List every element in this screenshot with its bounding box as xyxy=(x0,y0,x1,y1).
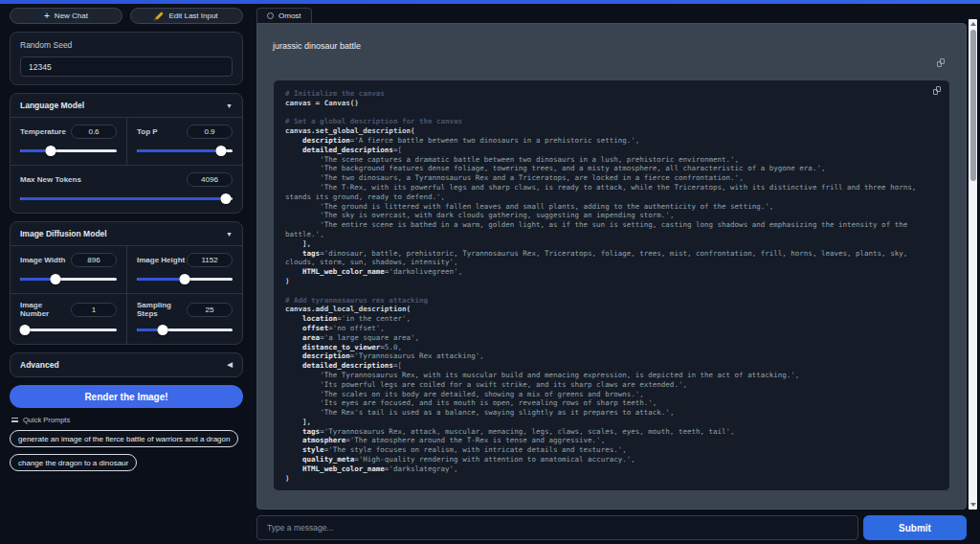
random-seed-card: Random Seed xyxy=(10,32,243,85)
omost-tab-icon xyxy=(267,12,274,19)
image-diffusion-header[interactable]: Image Diffusion Model ▼ xyxy=(11,222,242,245)
max-new-tokens-value-input[interactable] xyxy=(187,172,233,187)
image-height-value-input[interactable] xyxy=(187,253,233,267)
random-seed-input[interactable] xyxy=(20,57,233,77)
chevron-left-icon: ◀ xyxy=(228,361,233,369)
render-image-button[interactable]: Render the Image! xyxy=(10,385,243,408)
top-p-value-input[interactable] xyxy=(187,125,233,139)
image-width-control: Image Width xyxy=(11,246,126,294)
slider-thumb[interactable] xyxy=(180,274,190,284)
composer: Submit xyxy=(256,515,967,540)
top-p-slider[interactable] xyxy=(137,145,233,156)
chevron-down-icon: ▼ xyxy=(226,102,233,109)
scroll-down-icon[interactable] xyxy=(970,503,976,507)
advanced-title: Advanced xyxy=(20,360,59,370)
image-number-slider[interactable] xyxy=(20,324,117,335)
advanced-card: Advanced ◀ xyxy=(10,352,243,377)
pencil-icon xyxy=(156,11,164,19)
app-window: + New Chat Edit Last Input Random Seed L… xyxy=(0,0,980,544)
image-height-slider[interactable] xyxy=(137,273,233,284)
slider-thumb[interactable] xyxy=(216,146,227,156)
copy-message-icon[interactable] xyxy=(937,58,945,67)
language-model-title: Language Model xyxy=(20,101,84,110)
sampling-steps-control: Sampling Steps xyxy=(126,294,242,344)
plus-icon: + xyxy=(44,12,50,20)
image-height-label: Image Height xyxy=(137,256,185,264)
language-model-card: Language Model ▼ Temperature xyxy=(10,93,243,214)
user-message: jurassic dinosaur battle xyxy=(273,41,950,51)
tab-bar: Omost xyxy=(256,8,967,23)
slider-thumb[interactable] xyxy=(46,146,56,156)
temperature-label: Temperature xyxy=(20,127,66,136)
code-content: # Initialize the canvascanvas = Canvas()… xyxy=(285,89,938,491)
copy-code-icon[interactable] xyxy=(933,86,941,95)
image-number-control: Image Number xyxy=(11,294,126,344)
edit-last-input-button[interactable]: Edit Last Input xyxy=(130,8,243,24)
top-p-control: Top P xyxy=(126,118,242,165)
image-width-value-input[interactable] xyxy=(71,253,117,267)
image-width-slider[interactable] xyxy=(20,273,117,284)
image-width-label: Image Width xyxy=(20,256,65,264)
top-p-label: Top P xyxy=(137,127,158,136)
max-new-tokens-label: Max New Tokens xyxy=(20,175,81,184)
image-diffusion-card: Image Diffusion Model ▼ Image Width xyxy=(10,221,243,345)
temperature-value-input[interactable] xyxy=(71,125,117,139)
submit-button[interactable]: Submit xyxy=(863,515,967,540)
temperature-slider[interactable] xyxy=(20,145,117,156)
chat-area: Omost jurassic dinosaur battle # Initial… xyxy=(251,4,980,544)
quick-prompts-label: Quick Prompts xyxy=(23,416,70,424)
sidebar: + New Chat Edit Last Input Random Seed L… xyxy=(0,4,251,544)
max-new-tokens-slider[interactable] xyxy=(20,193,233,204)
quick-prompts-header: Quick Prompts xyxy=(11,416,243,424)
tab-omost-label: Omost xyxy=(278,11,301,20)
sampling-steps-slider[interactable] xyxy=(137,324,233,335)
max-new-tokens-control: Max New Tokens xyxy=(11,165,242,213)
message-input[interactable] xyxy=(256,515,858,540)
language-model-header[interactable]: Language Model ▼ xyxy=(11,94,242,117)
scrollbar-thumb[interactable] xyxy=(970,30,976,181)
code-block: # Initialize the canvascanvas = Canvas()… xyxy=(273,79,950,491)
image-height-control: Image Height xyxy=(126,246,242,294)
slider-thumb[interactable] xyxy=(51,274,61,284)
quick-prompt-pill[interactable]: change the dragon to a dinosaur xyxy=(10,454,137,471)
new-chat-label: New Chat xyxy=(55,11,88,20)
quick-prompt-pill[interactable]: generate an image of the fierce battle o… xyxy=(10,430,238,447)
sampling-steps-value-input[interactable] xyxy=(187,303,233,317)
menu-icon xyxy=(11,418,18,422)
edit-last-input-label: Edit Last Input xyxy=(168,11,217,20)
slider-thumb[interactable] xyxy=(158,325,168,335)
new-chat-button[interactable]: + New Chat xyxy=(10,8,122,24)
advanced-header[interactable]: Advanced ◀ xyxy=(11,353,242,376)
scrollbar[interactable] xyxy=(969,19,977,510)
top-accent-bar xyxy=(0,0,980,4)
slider-thumb[interactable] xyxy=(221,193,232,204)
random-seed-label: Random Seed xyxy=(20,40,233,50)
tab-omost[interactable]: Omost xyxy=(256,8,312,23)
chat-panel: jurassic dinosaur battle # Initialize th… xyxy=(256,23,967,510)
image-number-value-input[interactable] xyxy=(71,303,117,317)
scroll-up-icon[interactable] xyxy=(970,22,976,26)
image-diffusion-title: Image Diffusion Model xyxy=(20,229,107,238)
sampling-steps-label: Sampling Steps xyxy=(137,301,187,318)
image-number-label: Image Number xyxy=(20,301,71,318)
slider-thumb[interactable] xyxy=(20,325,31,335)
chevron-down-icon: ▼ xyxy=(226,231,233,238)
temperature-control: Temperature xyxy=(11,118,126,165)
